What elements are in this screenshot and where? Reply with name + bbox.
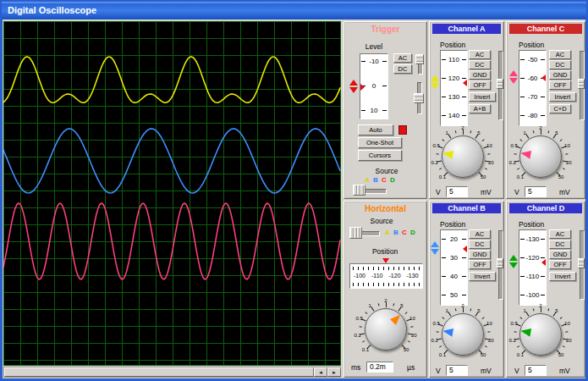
tick-strip [353, 283, 420, 286]
channel-c-dc-button[interactable]: DC [549, 60, 571, 69]
channel-c-gnd-button[interactable]: GND [549, 70, 571, 80]
switch-handle[interactable] [578, 79, 585, 89]
channel-d-position-gauge[interactable]: -130 -120 -110 -100 [519, 229, 547, 306]
trigger-source-slider[interactable] [353, 185, 387, 196]
switch-handle[interactable] [414, 93, 424, 103]
trigger-source-a: A [363, 176, 371, 184]
channel-a-header: Channel A [432, 24, 501, 34]
channel-a-off-button[interactable]: OFF [469, 80, 491, 90]
cursors-button[interactable]: Cursors [358, 150, 402, 161]
switch-handle[interactable] [497, 79, 503, 89]
gauge-value: 30 [441, 254, 467, 262]
channel-a-invert-button[interactable]: Invert [469, 92, 496, 102]
horizontal-position-gauge[interactable]: -100 -110 -120 -130 [349, 263, 423, 289]
gauge-value: 110 [441, 56, 467, 64]
title-bar[interactable]: Digital Oscilloscope [2, 2, 586, 19]
switch-handle[interactable] [415, 54, 424, 64]
down-arrow-icon [509, 78, 518, 84]
channel-a-gnd-button[interactable]: GND [469, 70, 491, 80]
channel-a-panel: Channel A Position 110 120 130 140 AC DC… [429, 21, 504, 199]
channel-b-invert-button[interactable]: Invert [469, 272, 496, 281]
channel-c-volts-knob[interactable]: 0.10.20.5125102050 [509, 125, 572, 188]
channel-b-dc-button[interactable]: DC [469, 240, 491, 249]
channel-a-dc-button[interactable]: DC [469, 60, 491, 69]
volts-unit-label: V [514, 367, 519, 375]
scroll-right-button[interactable]: ► [327, 367, 341, 377]
channel-d-dc-button[interactable]: DC [549, 240, 571, 249]
timebase-knob[interactable]: 0.10.20.5125102050 [354, 298, 417, 361]
channel-b-volts-knob[interactable]: 0.10.20.5125102050 [431, 303, 494, 366]
scope-scrollbar[interactable]: ◄ ► [3, 367, 341, 378]
channel-a-position-label: Position [440, 41, 465, 49]
channel-a-volts-knob[interactable]: 0.10.20.5125102050 [431, 125, 494, 188]
channel-c-ac-button[interactable]: AC [549, 50, 571, 59]
auto-button[interactable]: Auto [358, 124, 393, 135]
scroll-left-button[interactable]: ◄ [314, 367, 327, 377]
position-marker-icon [541, 75, 546, 81]
position-marker-icon [541, 259, 546, 266]
channel-d-off-button[interactable]: OFF [549, 260, 571, 269]
app-window: Digital Oscilloscope ◄ ► Trigger Level -… [0, 0, 588, 381]
slider-handle[interactable] [353, 185, 365, 196]
trigger-dc-button[interactable]: DC [393, 64, 412, 74]
channel-c-invert-button[interactable]: Invert [549, 92, 576, 102]
one-shot-button[interactable]: One-Shot [358, 137, 402, 148]
channel-c-off-button[interactable]: OFF [549, 80, 571, 90]
switch-handle[interactable] [578, 258, 585, 268]
channel-c-sum-button[interactable]: C+D [549, 104, 571, 113]
up-arrow-icon [349, 80, 358, 86]
channel-c-position-arrows[interactable] [509, 70, 519, 84]
auto-led [398, 125, 407, 135]
trigger-coupling-switch[interactable] [415, 53, 424, 75]
channel-d-fine-switch[interactable] [578, 229, 585, 301]
switch-handle[interactable] [497, 258, 503, 268]
trigger-level-arrows[interactable] [349, 80, 359, 93]
channel-d-position-arrows[interactable] [509, 255, 519, 268]
trigger-slope-switch[interactable] [414, 81, 424, 115]
gauge-value: -100 [519, 291, 546, 299]
down-arrow-icon [431, 83, 439, 89]
gauge-value: 20 [441, 235, 467, 243]
slider-handle[interactable] [349, 227, 362, 239]
channel-b-fine-switch[interactable] [497, 229, 503, 301]
gauge-value: 50 [441, 291, 467, 299]
channel-d-ac-button[interactable]: AC [549, 229, 571, 239]
gauge-value: -130 [407, 273, 419, 279]
channel-b-header: Channel B [432, 203, 501, 213]
position-scale: -100 -110 -120 -130 [354, 273, 422, 279]
horizontal-source-b: B [392, 229, 400, 236]
channel-a-position-arrows[interactable] [431, 75, 440, 89]
channel-a-sum-button[interactable]: A+B [469, 104, 491, 113]
down-arrow-icon [431, 249, 439, 255]
mv-unit-label: mV [481, 367, 492, 375]
channel-b-position-gauge[interactable]: 20 30 40 50 [440, 229, 468, 306]
scrollbar-thumb[interactable] [4, 367, 314, 377]
channel-d-invert-button[interactable]: Invert [549, 272, 576, 281]
horizontal-source-slider[interactable] [349, 227, 380, 239]
trigger-level-gauge[interactable]: -10 0 10 [360, 53, 388, 119]
gauge-value: -110 [371, 273, 383, 279]
knob-face[interactable] [365, 308, 407, 351]
channel-a-volts-value: 5 [446, 186, 468, 197]
gauge-value: -50 [519, 56, 546, 64]
down-arrow-icon [509, 262, 518, 268]
channel-b-ac-button[interactable]: AC [469, 229, 491, 239]
channel-c-fine-switch[interactable] [578, 50, 585, 121]
channel-b-gnd-button[interactable]: GND [469, 250, 491, 259]
channel-d-gnd-button[interactable]: GND [549, 250, 571, 259]
channel-d-position-label: Position [519, 220, 544, 229]
knob-pointer-icon [442, 149, 453, 159]
channel-b-off-button[interactable]: OFF [469, 260, 491, 269]
channel-d-volts-knob[interactable]: 0.10.20.5125102050 [509, 303, 572, 366]
channel-a-fine-switch[interactable] [497, 50, 503, 121]
horizontal-title: Horizontal [344, 204, 426, 213]
trigger-ac-button[interactable]: AC [393, 53, 412, 63]
position-marker-icon [463, 246, 467, 252]
channel-b-position-arrows[interactable] [431, 241, 440, 255]
gauge-value: -110 [519, 273, 546, 280]
channel-a-position-gauge[interactable]: 110 120 130 140 [440, 50, 468, 126]
channel-a-ac-button[interactable]: AC [469, 50, 491, 59]
horizontal-source-label: Source [356, 217, 407, 225]
channel-b-position-label: Position [440, 220, 465, 229]
channel-c-position-gauge[interactable]: -50 -60 -70 -80 [519, 50, 547, 126]
